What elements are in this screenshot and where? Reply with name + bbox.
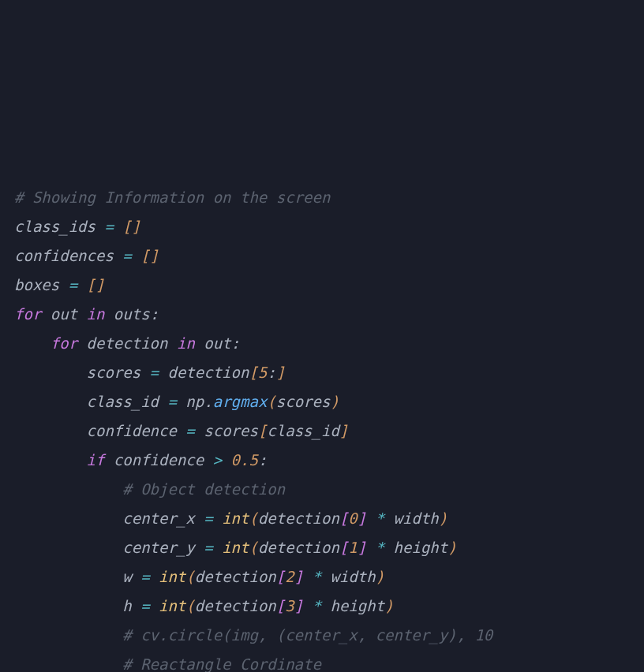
token-bracket1: ) — [376, 568, 384, 585]
token-bracket2: [ — [339, 539, 348, 556]
code-line[interactable]: # Object detection — [14, 475, 644, 504]
token-var2: height — [321, 597, 384, 614]
token-var2 — [303, 568, 312, 585]
token-builtin: int — [159, 568, 185, 585]
token-var2: out — [195, 334, 231, 352]
token-operator: = — [204, 510, 212, 527]
token-var2 — [366, 539, 375, 556]
token-var2 — [114, 218, 122, 235]
token-builtin: int — [222, 539, 249, 556]
code-content[interactable]: # Showing Information on the screenclass… — [14, 183, 644, 672]
code-line[interactable]: class_ids = [] — [14, 212, 644, 241]
token-comment: # Object detection — [122, 480, 285, 498]
token-bracket1: ( — [185, 568, 194, 585]
token-var2: center_x — [122, 510, 204, 527]
token-number: 3 — [285, 597, 294, 614]
token-var2: np — [177, 393, 204, 410]
code-editor-viewport[interactable]: # Showing Information on the screenclass… — [14, 125, 644, 672]
token-bracket1: [ — [249, 364, 257, 381]
token-var2 — [222, 451, 230, 469]
token-var2: width — [321, 568, 376, 585]
code-line[interactable]: center_x = int(detection[0] * width) — [14, 504, 644, 533]
token-operator: * — [313, 568, 321, 585]
code-line[interactable]: class_id = np.argmax(scores) — [14, 387, 644, 416]
code-line[interactable]: boxes = [] — [14, 271, 644, 300]
token-var2 — [213, 510, 222, 527]
token-keyword: for — [14, 305, 41, 323]
token-keyword: in — [177, 334, 195, 352]
token-operator: = — [104, 218, 113, 235]
code-line[interactable]: confidence = scores[class_id] — [14, 416, 644, 446]
token-punct: : — [258, 451, 267, 469]
token-keyword: if — [87, 451, 105, 469]
token-var2: detection — [195, 568, 276, 585]
token-builtin: int — [159, 597, 185, 614]
token-var2: w — [122, 568, 140, 585]
token-var2 — [150, 597, 159, 614]
code-line[interactable]: center_y = int(detection[1] * height) — [14, 533, 644, 562]
token-number: 2 — [285, 568, 294, 585]
token-bracket1: [] — [122, 218, 140, 235]
token-bracket1: ) — [330, 393, 339, 410]
token-number: 0 — [348, 510, 357, 527]
token-var2: detection — [258, 539, 339, 556]
token-var2: detection — [77, 334, 177, 352]
token-number: 5 — [258, 364, 267, 381]
token-keyword: for — [51, 334, 77, 352]
token-var2 — [77, 276, 86, 293]
token-var2 — [303, 597, 312, 614]
token-number: 1 — [348, 539, 357, 556]
code-line[interactable]: w = int(detection[2] * width) — [14, 562, 644, 592]
token-bracket1: ] — [276, 364, 285, 381]
token-var2: center_y — [122, 539, 204, 556]
code-line[interactable]: if confidence > 0.5: — [14, 446, 644, 475]
token-bracket2: ] — [294, 568, 303, 585]
token-var2: scores — [276, 393, 331, 410]
token-bracket2: ] — [294, 597, 303, 614]
token-var2: class_ids — [14, 218, 104, 235]
token-operator: = — [140, 568, 149, 585]
code-line[interactable]: # Showing Information on the screen — [14, 183, 644, 212]
token-var2: confidences — [14, 247, 122, 264]
token-operator: * — [376, 510, 384, 527]
token-bracket1: [] — [87, 276, 105, 293]
token-var2 — [150, 568, 159, 585]
code-line[interactable]: for detection in out: — [14, 329, 644, 358]
token-bracket2: ] — [358, 539, 366, 556]
token-bracket1: ( — [267, 393, 275, 410]
token-var2: scores — [87, 364, 150, 381]
token-var2: class_id — [87, 393, 168, 410]
token-punct: : — [267, 364, 275, 381]
token-comment: # Showing Information on the screen — [14, 189, 330, 206]
token-var2: width — [384, 510, 439, 527]
token-var2: outs — [104, 305, 149, 323]
token-operator: = — [150, 364, 159, 381]
token-var2: detection — [159, 364, 249, 381]
code-line[interactable]: # Reactangle Cordinate — [14, 650, 644, 672]
token-punct: : — [150, 305, 159, 323]
token-bracket2: [ — [276, 597, 285, 614]
token-var2: class_id — [267, 422, 339, 439]
token-bracket1: ] — [339, 422, 348, 439]
code-line[interactable]: h = int(detection[3] * height) — [14, 592, 644, 621]
token-bracket1: ( — [249, 510, 257, 527]
token-operator: = — [185, 422, 194, 439]
token-bracket2: [ — [276, 568, 285, 585]
token-bracket1: [] — [140, 247, 159, 264]
token-var2: detection — [195, 597, 276, 614]
token-bracket2: ] — [358, 510, 366, 527]
token-operator: * — [313, 597, 321, 614]
code-line[interactable]: for out in outs: — [14, 300, 644, 329]
token-bracket1: ) — [384, 597, 393, 614]
token-bracket1: ) — [447, 539, 456, 556]
token-bracket1: ( — [249, 539, 257, 556]
code-line[interactable]: # cv.circle(img, (center_x, center_y), 1… — [14, 621, 644, 650]
token-operator: = — [204, 539, 212, 556]
code-line[interactable]: confidences = [] — [14, 241, 644, 271]
token-bracket1: ( — [185, 597, 194, 614]
token-operator: = — [167, 393, 176, 410]
code-line[interactable]: scores = detection[5:] — [14, 358, 644, 387]
token-operator: = — [122, 247, 131, 264]
token-operator: = — [140, 597, 149, 614]
token-bracket1: ) — [439, 510, 447, 527]
